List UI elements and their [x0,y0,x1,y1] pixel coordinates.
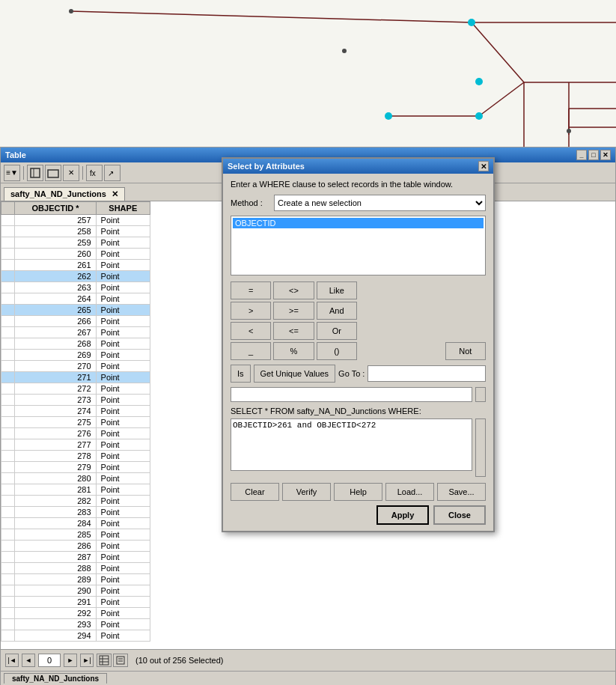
table-row[interactable]: 294Point [1,630,150,642]
field-list[interactable]: OBJECTID [231,216,486,275]
table-row[interactable]: 277Point [1,439,150,451]
table-row[interactable]: 273Point [1,395,150,406]
col-header-shape[interactable]: SHAPE [96,202,150,215]
op-lte-btn[interactable]: <= [273,322,314,340]
cell-objectid: 282 [15,496,96,507]
table-row[interactable]: 259Point [1,237,150,249]
op-and-btn[interactable]: And [317,302,357,320]
table-grid: OBJECTID * SHAPE 257Point258Point259Poin… [1,201,150,642]
table-row[interactable]: 260Point [1,249,150,260]
nav-table-view-btn[interactable] [97,654,112,667]
table-row[interactable]: 280Point [1,473,150,484]
op-gte-btn[interactable]: >= [273,302,314,320]
table-row[interactable]: 268Point [1,338,150,350]
table-tab-active[interactable]: safty_NA_ND_Junctions ✕ [4,187,125,201]
values-scrollbar[interactable] [475,387,486,402]
table-row[interactable]: 285Point [1,529,150,541]
table-row[interactable]: 271Point [1,372,150,383]
cell-objectid: 266 [15,316,96,327]
toolbar-export-btn[interactable]: ↗ [104,165,121,181]
table-row[interactable]: 287Point [1,552,150,563]
save-btn[interactable]: Save... [437,483,486,501]
nav-first-btn[interactable]: |◄ [5,654,19,667]
goto-input[interactable] [368,365,486,382]
table-row[interactable]: 264Point [1,293,150,305]
op-underscore-btn[interactable]: _ [231,342,271,360]
nav-form-view-btn[interactable] [113,654,128,667]
table-row[interactable]: 282Point [1,496,150,507]
op-lt-btn[interactable]: < [231,322,271,340]
select-by-attributes-dialog[interactable]: Select by Attributes ✕ Enter a WHERE cla… [222,157,495,532]
table-row[interactable]: 284Point [1,518,150,529]
table-row[interactable]: 269Point [1,350,150,361]
table-row[interactable]: 261Point [1,260,150,271]
toolbar-delete-btn[interactable]: ✕ [63,165,79,181]
where-textarea[interactable]: OBJECTID>261 and OBJECTID<272 [231,418,472,471]
op-like-btn[interactable]: Like [317,281,357,299]
verify-btn[interactable]: Verify [282,483,331,501]
cell-objectid: 271 [15,372,96,383]
table-row[interactable]: 278Point [1,451,150,462]
table-row[interactable]: 289Point [1,574,150,585]
get-unique-values-btn[interactable]: Get Unique Values [254,365,336,383]
apply-btn[interactable]: Apply [376,505,429,525]
toolbar-select-btn[interactable] [27,165,43,181]
close-btn[interactable]: Close [433,505,486,525]
table-row[interactable]: 274Point [1,406,150,417]
table-row[interactable]: 283Point [1,507,150,518]
help-btn[interactable]: Help [334,483,382,501]
table-close-btn[interactable]: ✕ [600,150,611,160]
table-row[interactable]: 258Point [1,226,150,237]
op-gt-btn[interactable]: > [231,302,271,320]
where-scrollbar[interactable] [475,418,486,477]
table-row[interactable]: 272Point [1,383,150,395]
nav-next-btn[interactable]: ► [64,654,77,667]
table-row[interactable]: 267Point [1,327,150,338]
nav-prev-btn[interactable]: ◄ [22,654,35,667]
op-not-btn[interactable]: Not [445,342,486,360]
op-eq-btn[interactable]: = [231,281,271,299]
cell-shape: Point [96,327,150,338]
table-row[interactable]: 291Point [1,597,150,608]
col-header-objectid[interactable]: OBJECTID * [15,202,96,215]
table-row[interactable]: 275Point [1,417,150,428]
table-minimize-btn[interactable]: _ [576,150,587,160]
dialog-close-btn[interactable]: ✕ [478,161,489,171]
table-row[interactable]: 257Point [1,215,150,226]
table-row[interactable]: 281Point [1,484,150,496]
nav-record-input[interactable]: 0 [38,654,61,667]
op-neq-btn[interactable]: <> [273,281,314,299]
table-row[interactable]: 293Point [1,619,150,630]
table-row[interactable]: 263Point [1,282,150,293]
table-row[interactable]: 266Point [1,316,150,327]
method-select[interactable]: Create a new selection Add to current se… [274,195,486,211]
toolbar-field-btn[interactable]: fx [86,165,103,181]
tab-close-icon[interactable]: ✕ [112,189,118,198]
table-maximize-btn[interactable]: □ [588,150,599,160]
load-btn[interactable]: Load... [385,483,434,501]
table-row[interactable]: 292Point [1,608,150,619]
toolbar-options-btn[interactable]: ≡▼ [4,165,20,181]
form-view-icon [115,655,126,666]
op-parens-btn[interactable]: () [317,342,357,360]
cell-objectid: 286 [15,541,96,552]
cell-shape: Point [96,372,150,383]
table-row[interactable]: 276Point [1,428,150,439]
cell-objectid: 283 [15,507,96,518]
table-row[interactable]: 290Point [1,585,150,597]
op-or-btn[interactable]: Or [317,322,357,340]
values-list[interactable] [231,387,472,402]
table-row[interactable]: 270Point [1,361,150,372]
field-list-item-objectid[interactable]: OBJECTID [233,218,484,228]
is-btn[interactable]: Is [231,365,251,383]
bottom-tab-0[interactable]: safty_NA_ND_Junctions [4,673,107,684]
op-percent-btn[interactable]: % [273,342,314,360]
table-row[interactable]: 265Point [1,305,150,316]
table-row[interactable]: 286Point [1,541,150,552]
table-row[interactable]: 279Point [1,462,150,473]
nav-last-btn[interactable]: ►| [80,654,94,667]
table-row[interactable]: 288Point [1,563,150,574]
toolbar-clear-btn[interactable] [45,165,61,181]
table-row[interactable]: 262Point [1,271,150,282]
clear-btn[interactable]: Clear [231,483,279,501]
